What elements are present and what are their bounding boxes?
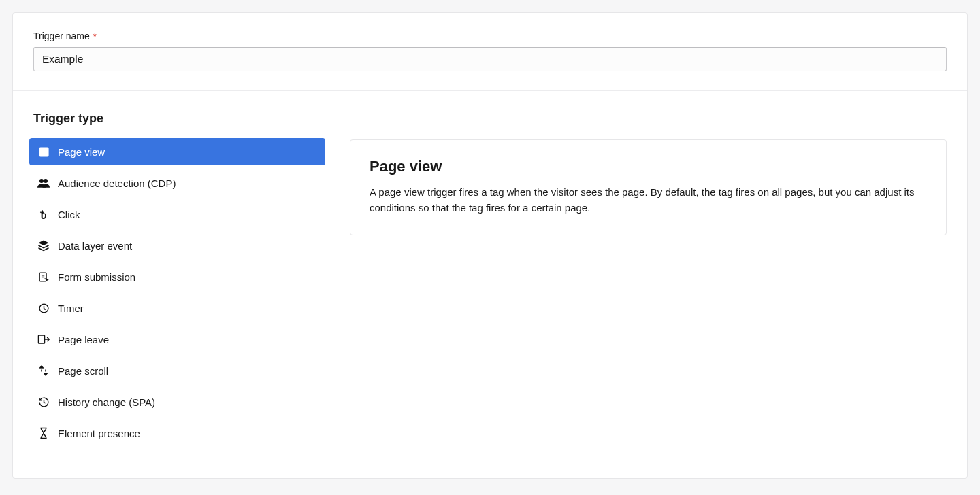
- trigger-type-label: Page view: [58, 146, 105, 158]
- trigger-editor-card: Trigger name * Trigger type Page view: [12, 12, 968, 479]
- trigger-type-label: Page scroll: [58, 365, 108, 377]
- trigger-type-page-leave[interactable]: Page leave: [29, 326, 325, 353]
- trigger-type-label: Audience detection (CDP): [58, 177, 176, 189]
- trigger-type-form-submission[interactable]: Form submission: [29, 263, 325, 290]
- trigger-name-input[interactable]: [33, 47, 947, 71]
- trigger-type-audience-detection[interactable]: Audience detection (CDP): [29, 169, 325, 197]
- svg-point-2: [39, 179, 44, 183]
- trigger-type-label: History change (SPA): [58, 396, 155, 408]
- svg-point-3: [44, 179, 48, 183]
- trigger-type-click[interactable]: Click: [29, 201, 325, 228]
- trigger-type-label: Form submission: [58, 271, 135, 283]
- trigger-type-detail-panel: Page view A page view trigger fires a ta…: [350, 139, 947, 235]
- trigger-type-data-layer-event[interactable]: Data layer event: [29, 232, 325, 259]
- trigger-type-history-change[interactable]: History change (SPA): [29, 388, 325, 415]
- audience-icon: [37, 177, 50, 189]
- click-icon: [37, 208, 50, 220]
- trigger-type-label: Data layer event: [58, 240, 132, 252]
- trigger-type-label: Click: [58, 209, 80, 220]
- trigger-type-element-presence[interactable]: Element presence: [29, 420, 325, 447]
- trigger-type-timer[interactable]: Timer: [29, 294, 325, 322]
- scroll-icon: [37, 364, 50, 377]
- trigger-type-layout: Page view Audience detection (CDP): [29, 138, 947, 451]
- svg-point-1: [41, 150, 43, 152]
- svg-rect-6: [39, 335, 45, 343]
- trigger-type-heading: Trigger type: [29, 112, 947, 126]
- trigger-name-label-row: Trigger name *: [33, 31, 947, 41]
- layers-icon: [37, 239, 50, 252]
- form-submit-icon: [37, 271, 50, 283]
- svg-rect-0: [39, 148, 48, 156]
- required-indicator: *: [93, 32, 97, 41]
- trigger-type-label: Page leave: [58, 334, 109, 345]
- detail-description: A page view trigger fires a tag when the…: [370, 185, 927, 216]
- trigger-name-section: Trigger name *: [13, 13, 967, 91]
- trigger-type-page-view[interactable]: Page view: [29, 138, 325, 165]
- hourglass-icon: [37, 427, 50, 439]
- trigger-type-list: Page view Audience detection (CDP): [29, 138, 325, 451]
- trigger-name-label: Trigger name: [33, 31, 90, 41]
- detail-title: Page view: [370, 158, 927, 175]
- trigger-type-page-scroll[interactable]: Page scroll: [29, 357, 325, 384]
- trigger-type-section: Trigger type Page view: [13, 91, 967, 478]
- clock-icon: [37, 302, 50, 314]
- trigger-type-label: Element presence: [58, 428, 140, 439]
- history-icon: [37, 396, 50, 408]
- exit-icon: [37, 333, 50, 345]
- trigger-type-label: Timer: [58, 303, 84, 314]
- page-view-icon: [37, 146, 50, 158]
